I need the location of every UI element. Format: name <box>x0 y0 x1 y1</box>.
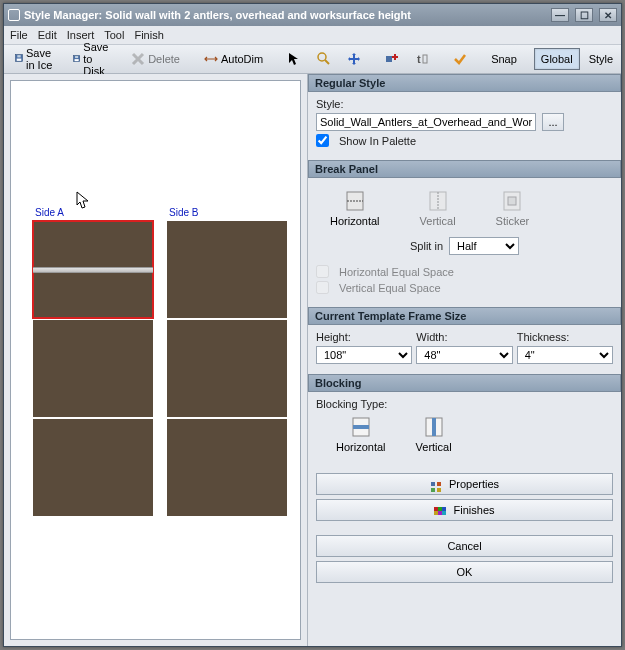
menu-finish[interactable]: Finish <box>134 29 163 41</box>
zoom-tool[interactable] <box>310 48 338 70</box>
blocking-header: Blocking <box>308 374 621 392</box>
app-icon <box>8 9 20 21</box>
width-label: Width: <box>416 331 512 343</box>
delete-button[interactable]: Delete <box>124 48 187 70</box>
break-sticker-button[interactable]: Sticker <box>496 190 530 227</box>
menu-insert[interactable]: Insert <box>67 29 95 41</box>
titlebar[interactable]: Style Manager: Solid wall with 2 antlers… <box>4 4 621 26</box>
show-in-palette-checkbox[interactable] <box>316 134 329 147</box>
svg-rect-21 <box>431 482 435 486</box>
content-area: Side A Side B Regular Style Style: <box>4 74 621 646</box>
pan-tool[interactable] <box>340 48 368 70</box>
snap-button[interactable]: Snap <box>484 48 524 70</box>
canvas-area: Side A Side B <box>4 74 307 646</box>
panel-b3[interactable] <box>167 419 287 516</box>
svg-rect-5 <box>75 56 78 58</box>
disk-icon <box>15 52 23 66</box>
save-to-disk-button[interactable]: Save to Disk <box>66 48 122 70</box>
v-equal-checkbox <box>316 281 329 294</box>
svg-rect-2 <box>17 55 20 57</box>
disk-icon <box>73 52 80 66</box>
show-in-palette-label: Show In Palette <box>339 135 416 147</box>
menu-tool[interactable]: Tool <box>104 29 124 41</box>
blocking-horizontal-button[interactable]: Horizontal <box>336 416 386 453</box>
ok-button[interactable]: OK <box>316 561 613 583</box>
height-select[interactable]: 108" <box>316 346 412 364</box>
regular-style-header: Regular Style <box>308 74 621 92</box>
thickness-select[interactable]: 4" <box>517 346 613 364</box>
canvas[interactable]: Side A Side B <box>10 80 301 640</box>
svg-rect-4 <box>75 59 79 61</box>
vertical-break-icon <box>426 190 450 212</box>
autodim-button[interactable]: AutoDim <box>197 48 270 70</box>
properties-panel: Regular Style Style: ... Show In Palette… <box>307 74 621 646</box>
cursor-icon <box>76 191 90 209</box>
svg-rect-29 <box>438 511 442 515</box>
split-in-label: Split in <box>410 240 443 252</box>
cancel-button[interactable]: Cancel <box>316 535 613 557</box>
split-line <box>33 267 153 273</box>
style-button[interactable]: Style <box>582 48 620 70</box>
svg-rect-20 <box>432 418 436 436</box>
svg-rect-1 <box>17 59 22 61</box>
finishes-icon <box>434 505 446 517</box>
break-vertical-button[interactable]: Vertical <box>420 190 456 227</box>
close-button[interactable]: ✕ <box>599 8 617 22</box>
window-title: Style Manager: Solid wall with 2 antlers… <box>24 9 545 21</box>
svg-rect-18 <box>353 425 369 429</box>
toolbar: Save in Ice Save to Disk Delete AutoDim … <box>4 44 621 74</box>
h-equal-checkbox <box>316 265 329 278</box>
height-label: Height: <box>316 331 412 343</box>
style-browse-button[interactable]: ... <box>542 113 564 131</box>
check-tool[interactable] <box>446 48 474 70</box>
svg-rect-8 <box>386 56 392 62</box>
delete-icon <box>131 52 145 66</box>
panel-b2[interactable] <box>167 320 287 417</box>
svg-point-6 <box>318 53 326 61</box>
horizontal-break-icon <box>343 190 367 212</box>
vertical-blocking-icon <box>422 416 446 438</box>
magnifier-icon <box>317 52 331 66</box>
add-tool[interactable] <box>378 48 406 70</box>
side-b-column <box>167 221 287 518</box>
menu-file[interactable]: File <box>10 29 28 41</box>
break-horizontal-button[interactable]: Horizontal <box>330 190 380 227</box>
text-icon: t <box>415 52 429 66</box>
finishes-button[interactable]: Finishes <box>316 499 613 521</box>
save-in-ice-button[interactable]: Save in Ice <box>8 48 64 70</box>
dimension-icon <box>204 52 218 66</box>
properties-icon <box>430 479 442 491</box>
side-a-label: Side A <box>35 207 64 218</box>
maximize-button[interactable]: ☐ <box>575 8 593 22</box>
panel-a1[interactable] <box>33 221 153 318</box>
side-b-label: Side B <box>169 207 198 218</box>
style-label: Style: <box>316 98 613 110</box>
panel-a2[interactable] <box>33 320 153 417</box>
thickness-label: Thickness: <box>517 331 613 343</box>
pointer-tool[interactable] <box>280 48 308 70</box>
global-button[interactable]: Global <box>534 48 580 70</box>
frame-size-header: Current Template Frame Size <box>308 307 621 325</box>
v-equal-label: Vertical Equal Space <box>339 282 441 294</box>
panel-b1[interactable] <box>167 221 287 318</box>
blocking-vertical-button[interactable]: Vertical <box>416 416 452 453</box>
split-in-select[interactable]: Half <box>449 237 519 255</box>
style-manager-window: Style Manager: Solid wall with 2 antlers… <box>3 3 622 647</box>
text-tool[interactable]: t <box>408 48 436 70</box>
menu-edit[interactable]: Edit <box>38 29 57 41</box>
svg-rect-25 <box>434 507 438 511</box>
svg-rect-28 <box>434 511 438 515</box>
horizontal-blocking-icon <box>349 416 373 438</box>
svg-rect-16 <box>508 197 516 205</box>
panel-a3[interactable] <box>33 419 153 516</box>
check-icon <box>453 52 467 66</box>
minimize-button[interactable]: — <box>551 8 569 22</box>
width-select[interactable]: 48" <box>416 346 512 364</box>
side-a-column <box>33 221 153 518</box>
properties-button[interactable]: Properties <box>316 473 613 495</box>
svg-text:t: t <box>417 53 421 65</box>
svg-rect-26 <box>438 507 442 511</box>
svg-rect-22 <box>437 482 441 486</box>
svg-line-7 <box>325 60 329 64</box>
style-input[interactable] <box>316 113 536 131</box>
